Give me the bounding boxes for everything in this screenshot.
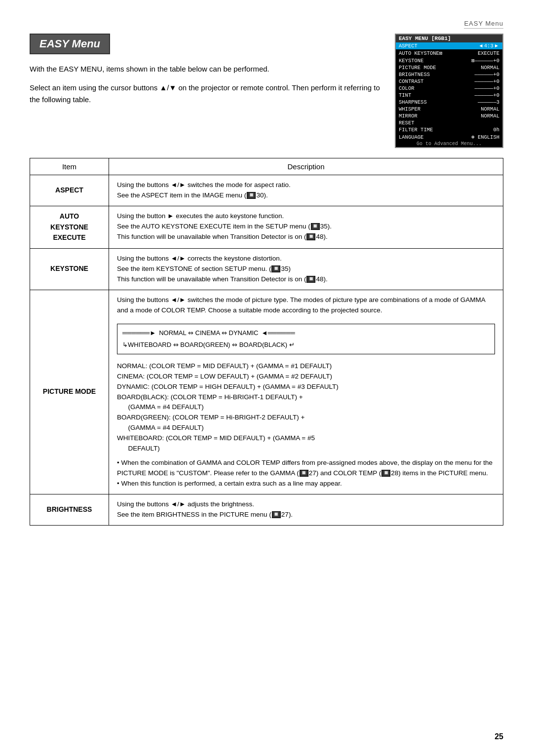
page-header: EASY Menu [30, 20, 503, 29]
osd-menu-screenshot: EASY MENU [RGB1] ASPECT ◄ 4:3 ► AUTO KEY… [395, 34, 503, 148]
osd-title: EASY MENU [RGB1] [396, 35, 502, 42]
mode-row-2: ↳WHITEBOARD ⇔ BOARD(GREEN) ⇔ BOARD(BLACK… [122, 340, 490, 350]
ref-icon-35a: 🔲 [311, 223, 320, 230]
content-area: EASY Menu With the EASY MENU, items show… [30, 34, 503, 148]
table-row: ASPECT Using the buttons ◄/► switches th… [30, 175, 503, 206]
osd-footer: Go to Advanced Menu... [396, 141, 502, 147]
section-title: EASY Menu [30, 34, 110, 54]
mode-row-1: ══════► NORMAL ⇔ CINEMA ⇔ DYNAMIC ◄═════… [122, 328, 490, 338]
ref-icon-48b: 🔲 [306, 276, 315, 283]
osd-row-sharpness: SHARPNESS ——————3 [396, 99, 502, 106]
osd-row-picture-mode: PICTURE MODE NORMAL [396, 64, 502, 71]
desc-picture-mode: Using the buttons ◄/► switches the mode … [109, 290, 503, 494]
osd-row-brightness: BRIGHTNESS ——————+0 [396, 71, 502, 78]
table-row: AUTOKEYSTONEEXECUTE Using the button ► e… [30, 206, 503, 248]
col-header-item: Item [30, 158, 109, 175]
desc-keystone: Using the buttons ◄/► corrects the keyst… [109, 248, 503, 290]
osd-row-language: LANGUAGE ⊛ ENGLISH [396, 133, 502, 141]
mode-diagram: ══════► NORMAL ⇔ CINEMA ⇔ DYNAMIC ◄═════… [117, 324, 495, 354]
ref-icon-48a: 🔲 [306, 233, 315, 240]
ref-icon-27a: 🔲 [300, 470, 308, 477]
header-title: EASY Menu [464, 20, 503, 29]
osd-row-whisper: WHISPER NORMAL [396, 106, 502, 113]
osd-label-aspect: ASPECT [399, 43, 478, 49]
item-picture-mode: PICTURE MODE [30, 290, 109, 494]
col-header-description: Description [109, 158, 503, 175]
ref-icon-35b: 🔲 [271, 265, 280, 272]
item-auto-keystone: AUTOKEYSTONEEXECUTE [30, 206, 109, 248]
ref-icon-30: 🔲 [247, 192, 256, 199]
main-table: Item Description ASPECT Using the button… [30, 158, 503, 526]
intro-paragraph-1: With the EASY MENU, items shown in the t… [30, 63, 380, 75]
left-text-block: EASY Menu With the EASY MENU, items show… [30, 34, 380, 148]
osd-row-mirror: MIRROR NORMAL [396, 113, 502, 119]
item-aspect: ASPECT [30, 175, 109, 206]
desc-brightness: Using the buttons ◄/► adjusts the bright… [109, 494, 503, 525]
table-row: KEYSTONE Using the buttons ◄/► corrects … [30, 248, 503, 290]
osd-row-tint: TINT ——————+0 [396, 92, 502, 99]
desc-aspect: Using the buttons ◄/► switches the mode … [109, 175, 503, 206]
item-brightness: BRIGHTNESS [30, 494, 109, 525]
table-row: BRIGHTNESS Using the buttons ◄/► adjusts… [30, 494, 503, 525]
item-keystone: KEYSTONE [30, 248, 109, 290]
page-number: 25 [495, 732, 503, 741]
desc-auto-keystone: Using the button ► executes the auto key… [109, 206, 503, 248]
osd-row-auto-keystone: AUTO KEYSTONE⊠ EXECUTE [396, 49, 502, 57]
osd-row-aspect: ASPECT ◄ 4:3 ► [396, 42, 502, 49]
osd-row-color: COLOR ——————+0 [396, 85, 502, 92]
table-row: PICTURE MODE Using the buttons ◄/► switc… [30, 290, 503, 494]
osd-row-contrast: CONTRAST ——————+0 [396, 78, 502, 85]
ref-icon-28: 🔲 [381, 470, 390, 477]
osd-row-filter-time: FILTER TIME 0h [396, 126, 502, 133]
intro-paragraph-2: Select an item using the cursor buttons … [30, 82, 380, 106]
ref-icon-27b: 🔲 [272, 511, 281, 518]
osd-row-keystone: KEYSTONE ⊠——————+0 [396, 57, 502, 64]
osd-row-reset: RESET [396, 119, 502, 126]
